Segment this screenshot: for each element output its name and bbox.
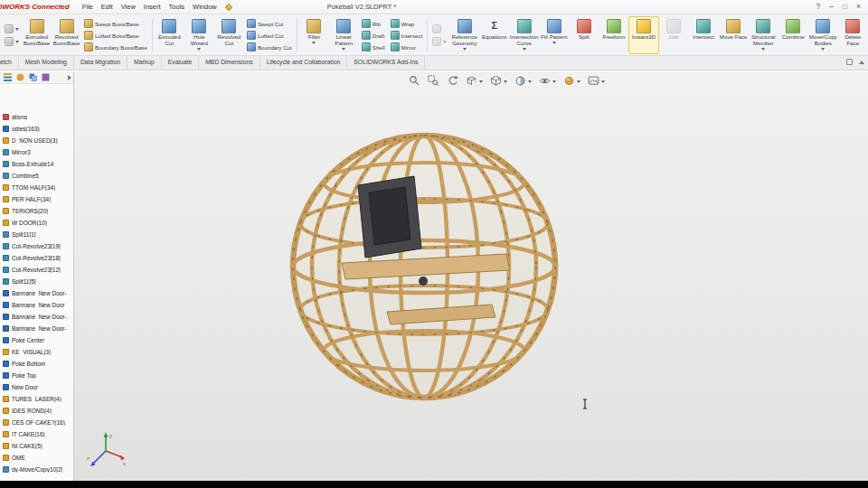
tree-item[interactable]: D_NON USED(3) — [0, 135, 73, 146]
revolved-boss-base-button[interactable]: Revolved Boss/Base — [52, 16, 81, 54]
tree-item[interactable]: Cut-Revolve23[12] — [0, 264, 73, 276]
tree-item[interactable]: Poke Center — [0, 334, 73, 346]
collapse-ribbon-icon[interactable] — [859, 61, 864, 64]
extruded-boss-base-button[interactable]: Extruded Boss/Base — [22, 16, 52, 54]
graphics-viewport[interactable]: y x z — [0, 71, 868, 481]
zoom-fit-button[interactable] — [409, 75, 420, 87]
split-button[interactable]: Split — [569, 16, 599, 54]
move-copy-bodies-button[interactable]: Move/Copy Bodies — [808, 16, 838, 54]
instant3d-button[interactable]: Instant3D — [628, 16, 658, 54]
wrap-button[interactable]: Wrap — [391, 18, 423, 29]
lofted-boss-base-button[interactable]: Lofted Boss/Base — [84, 30, 147, 41]
dimxpertmanager-tab-icon[interactable] — [42, 73, 50, 81]
intersect-small-button[interactable]: Intersect — [391, 30, 423, 41]
pokeball-3d-model[interactable] — [278, 120, 570, 411]
view-orientation-button[interactable] — [490, 75, 507, 87]
menu-item[interactable]: View — [121, 3, 136, 11]
tree-item[interactable]: Mirror3 — [0, 146, 73, 158]
ribbon-tab[interactable]: SOLIDWORKS Add-Ins — [347, 56, 425, 70]
minimize-icon[interactable]: – — [829, 2, 834, 11]
expand-panel-arrow-icon[interactable] — [68, 75, 71, 80]
menu-item[interactable]: Edit — [101, 3, 113, 11]
display-style-button[interactable] — [514, 75, 532, 87]
move-face-button[interactable]: Move Face — [719, 16, 749, 54]
ribbon-tab[interactable]: Data Migration — [74, 56, 127, 70]
close-icon[interactable]: × — [856, 2, 861, 11]
ribbon-tab[interactable]: MBD Dimensions — [199, 56, 260, 70]
combine-button[interactable]: Combine — [778, 16, 808, 54]
tree-item[interactable]: Split11[1] — [0, 229, 73, 240]
join-button[interactable]: Join — [659, 16, 689, 54]
freeform-button[interactable]: Freeform — [599, 16, 628, 54]
boundary-boss-base-button[interactable]: Boundary Boss/Base — [84, 42, 147, 52]
tree-item[interactable]: Combine5 — [0, 170, 73, 182]
fill-pattern-button[interactable]: Fill Pattern — [539, 16, 569, 54]
section-view-button[interactable] — [466, 75, 483, 87]
featuremanager-tab-icon[interactable] — [4, 73, 12, 81]
boundary-cut-button[interactable]: Boundary Cut — [247, 42, 292, 52]
zoom-area-button[interactable] — [428, 75, 439, 87]
new-document-icon[interactable] — [225, 3, 232, 10]
tree-item[interactable]: Cut-Revolve23[18] — [0, 252, 73, 264]
tree-item[interactable]: TERIORS(20) — [0, 205, 73, 217]
previous-view-button[interactable] — [447, 75, 458, 87]
equations-button[interactable]: Σ Equations — [479, 16, 509, 54]
tree-item[interactable]: Split11[5] — [0, 276, 73, 287]
edit-appearance-button[interactable] — [563, 75, 580, 87]
draft-button[interactable]: Draft — [362, 30, 385, 41]
tree-item[interactable]: New Door — [0, 381, 73, 393]
tree-item[interactable]: W DOOR(10) — [0, 217, 73, 229]
tree-item[interactable]: odies(163) — [0, 123, 73, 135]
menu-item[interactable]: File — [82, 3, 93, 11]
tree-item[interactable]: Bannane_New Door- — [0, 311, 73, 323]
swept-cut-button[interactable]: Swept Cut — [247, 18, 292, 29]
reference-geometry-button[interactable]: Reference Geometry — [449, 16, 479, 54]
tree-item[interactable]: PER HALF(34) — [0, 193, 73, 205]
pin-ribbon-icon[interactable] — [846, 59, 853, 65]
tree-item[interactable]: OME — [0, 452, 73, 464]
ribbon-tab[interactable]: Markup — [127, 56, 162, 70]
tree-item[interactable]: Bannane_New Door- — [0, 323, 73, 334]
tree-item[interactable]: IDES ROND(4) — [0, 405, 73, 417]
tree-item[interactable]: CES OF CAKE?(16) — [0, 417, 73, 428]
tree-item[interactable]: Bannane_New Door- — [0, 287, 73, 299]
delete-face-button[interactable]: Delete Face — [838, 16, 868, 54]
ribbon-tab[interactable]: Lifecycle and Collaboration — [260, 56, 348, 70]
tree-item[interactable]: TURES_LASER(4) — [0, 393, 73, 405]
tree-item[interactable]: IT CAKE(16) — [0, 428, 73, 440]
revolved-cut-button[interactable]: Revolved Cut — [214, 16, 244, 54]
tree-item[interactable]: Poke Top — [0, 370, 73, 381]
menu-item[interactable]: Insert — [144, 3, 161, 11]
tree-item[interactable]: NI CAKE(5) — [0, 440, 73, 452]
mirror-button[interactable]: Mirror — [391, 42, 423, 52]
ribbon-tab[interactable]: Sketch — [0, 56, 19, 70]
linear-pattern-button[interactable]: Linear Pattern — [329, 16, 359, 54]
restore-icon[interactable]: □ — [843, 2, 847, 11]
tree-item[interactable]: KE_VISUAL(3) — [0, 346, 73, 358]
tree-item[interactable]: ations — [0, 111, 73, 123]
help-icon[interactable]: ? — [816, 2, 820, 11]
tree-item[interactable]: Bannane_New Door — [0, 299, 73, 311]
tree-item[interactable]: Cut-Revolve23[19] — [0, 240, 73, 252]
tree-item[interactable]: Poke Bottom — [0, 358, 73, 370]
propertymanager-tab-icon[interactable] — [16, 73, 24, 81]
tree-item[interactable]: dy-Move/Copy10[2] — [0, 464, 73, 475]
menu-item[interactable]: Tools — [169, 3, 185, 11]
intersection-curve-button[interactable]: Intersection Curve — [509, 16, 539, 54]
structural-member-button[interactable]: Structural Member — [749, 16, 778, 54]
ribbon-tab[interactable]: Mesh Modeling — [19, 56, 74, 70]
lofted-cut-button[interactable]: Lofted Cut — [247, 30, 292, 41]
shell-button[interactable]: Shell — [362, 42, 385, 52]
menu-item[interactable]: Window — [193, 3, 217, 11]
extruded-cut-button[interactable]: Extruded Cut — [155, 16, 184, 54]
tree-item[interactable]: Boss-Extrude14 — [0, 158, 73, 170]
swept-boss-base-button[interactable]: Swept Boss/Base — [84, 18, 147, 29]
hide-show-items-button[interactable] — [539, 75, 556, 87]
hole-wizard-button[interactable]: Hole Wizard — [184, 16, 214, 54]
apply-scene-button[interactable] — [588, 75, 605, 87]
fillet-button[interactable]: Fillet — [299, 16, 329, 54]
tree-item[interactable]: TTOM HALF(34) — [0, 182, 73, 193]
configurationmanager-tab-icon[interactable] — [29, 73, 37, 81]
rib-button[interactable]: Rib — [362, 18, 385, 29]
ribbon-tab[interactable]: Evaluate — [162, 56, 199, 70]
